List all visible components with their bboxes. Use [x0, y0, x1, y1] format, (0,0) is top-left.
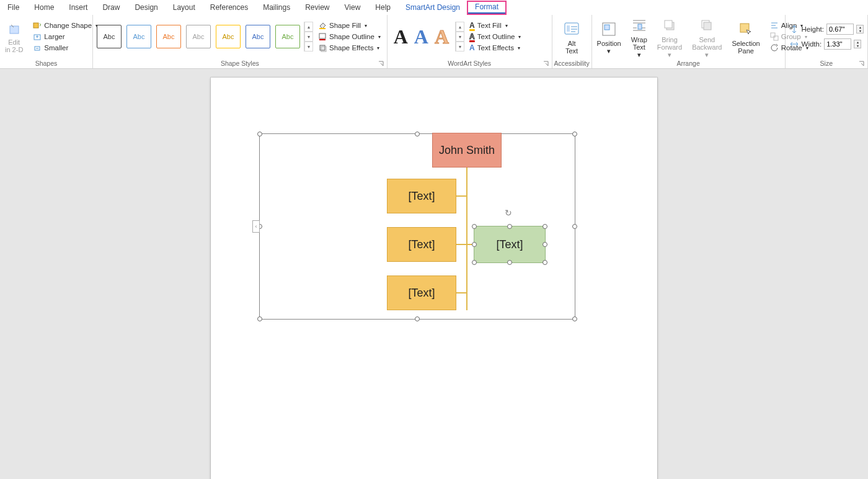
change-shape-icon	[33, 21, 42, 30]
tab-draw[interactable]: Draw	[95, 2, 127, 13]
smartart-node[interactable]: [Text]	[387, 275, 456, 310]
gallery-up-icon[interactable]: ▴	[304, 22, 313, 32]
height-input[interactable]	[826, 24, 854, 35]
group-label-wordart: WordArt Styles	[388, 58, 552, 68]
shape-styles-gallery[interactable]: Abc Abc Abc Abc Abc Abc Abc	[93, 20, 304, 53]
tab-references[interactable]: References	[203, 2, 255, 13]
send-backward-button: Send Backward ▾	[687, 15, 727, 58]
change-shape-button[interactable]: Change Shape▾	[32, 20, 99, 30]
shape-style-5[interactable]: Abc	[216, 25, 241, 48]
shape-effects-button[interactable]: Shape Effects▾	[317, 43, 382, 53]
width-field[interactable]: Width: ▴▾	[789, 38, 864, 50]
text-pane-toggle[interactable]: ‹	[252, 220, 260, 233]
text-outline-button[interactable]: A Text Outline▾	[468, 32, 522, 42]
tab-file[interactable]: File	[0, 2, 27, 13]
gallery-down-icon[interactable]: ▾	[456, 32, 464, 42]
position-button[interactable]: Position▾	[592, 19, 626, 55]
node-handle[interactable]	[507, 260, 512, 265]
wordart-launcher[interactable]	[543, 61, 549, 67]
size-launcher[interactable]	[859, 61, 865, 67]
text-effects-icon: A	[469, 43, 475, 52]
tab-format[interactable]: Format	[467, 1, 506, 14]
width-spinner[interactable]: ▴▾	[854, 40, 861, 48]
gallery-down-icon[interactable]: ▾	[304, 32, 313, 42]
text-fill-icon: A	[469, 21, 475, 30]
shape-style-6[interactable]: Abc	[246, 25, 270, 48]
node-handle[interactable]	[472, 224, 477, 229]
shape-outline-button[interactable]: Shape Outline▾	[317, 32, 382, 42]
rotate-handle-icon[interactable]: ↻	[505, 208, 512, 218]
smartart-node-root[interactable]: John Smith	[432, 133, 502, 168]
frame-handle[interactable]	[572, 316, 577, 321]
node-handle[interactable]	[472, 242, 477, 247]
height-spinner[interactable]: ▴▾	[856, 25, 864, 34]
tab-help[interactable]: Help	[368, 2, 398, 13]
wordart-style-3[interactable]: A	[435, 25, 449, 48]
node-handle[interactable]	[542, 260, 547, 265]
bring-forward-button: Bring Forward ▾	[652, 15, 687, 58]
smartart-frame[interactable]: ‹ John Smith [Text] [Text] [Text] [Text]…	[259, 133, 575, 320]
frame-handle[interactable]	[257, 132, 262, 137]
shape-styles-launcher[interactable]	[378, 61, 384, 67]
node-handle[interactable]	[507, 224, 512, 229]
document-area[interactable]: ‹ John Smith [Text] [Text] [Text] [Text]…	[0, 69, 868, 479]
tab-home[interactable]: Home	[27, 2, 61, 13]
shape-style-4[interactable]: Abc	[186, 25, 211, 48]
node-handle[interactable]	[542, 242, 547, 247]
shape-style-2[interactable]: Abc	[126, 25, 151, 48]
gallery-more-icon[interactable]: ▾	[456, 42, 464, 51]
svg-rect-20	[774, 36, 778, 40]
node-handle[interactable]	[472, 260, 477, 265]
shape-style-3[interactable]: Abc	[156, 25, 181, 48]
outline-icon	[318, 32, 327, 41]
wordart-style-1[interactable]: A	[394, 25, 408, 48]
shape-style-1[interactable]: Abc	[97, 25, 122, 48]
text-fill-button[interactable]: A Text Fill▾	[468, 20, 522, 30]
tab-insert[interactable]: Insert	[61, 2, 95, 13]
svg-rect-7	[320, 45, 325, 50]
frame-handle[interactable]	[415, 316, 420, 321]
connector	[456, 195, 467, 197]
frame-handle[interactable]	[257, 316, 262, 321]
tab-review[interactable]: Review	[298, 2, 337, 13]
page[interactable]: ‹ John Smith [Text] [Text] [Text] [Text]…	[211, 78, 657, 479]
smaller-button[interactable]: Smaller	[32, 43, 99, 53]
frame-handle[interactable]	[415, 132, 420, 137]
height-field[interactable]: Height: ▴▾	[789, 24, 864, 35]
smartart-node[interactable]: [Text]	[387, 179, 456, 213]
height-icon	[789, 24, 799, 34]
tab-mailings[interactable]: Mailings	[255, 2, 298, 13]
svg-rect-15	[665, 20, 672, 28]
tab-design[interactable]: Design	[127, 2, 165, 13]
shape-styles-gallery-controls[interactable]: ▴ ▾ ▾	[304, 22, 313, 51]
smartart-node[interactable]: [Text]	[387, 227, 456, 262]
shape-style-7[interactable]: Abc	[275, 25, 300, 48]
tab-smartart-design[interactable]: SmartArt Design	[398, 2, 467, 13]
group-label-accessibility: Accessibility	[552, 58, 591, 68]
gallery-up-icon[interactable]: ▴	[456, 22, 464, 32]
smartart-node-selected[interactable]: [Text] ↻	[474, 226, 546, 263]
bucket-icon	[318, 21, 327, 30]
alt-text-button[interactable]: Alt Text	[558, 19, 585, 55]
node-handle[interactable]	[542, 224, 547, 229]
smaller-icon	[33, 43, 42, 52]
larger-button[interactable]: Larger	[32, 32, 99, 42]
larger-icon	[33, 32, 42, 41]
wordart-gallery-controls[interactable]: ▴ ▾ ▾	[455, 22, 464, 51]
tab-view[interactable]: View	[337, 2, 368, 13]
wrap-text-button[interactable]: Wrap Text▾	[626, 15, 652, 58]
tab-layout[interactable]: Layout	[166, 2, 203, 13]
group-icon	[770, 32, 779, 41]
group-label-shapes: Shapes	[0, 58, 92, 68]
frame-handle[interactable]	[572, 132, 577, 137]
gallery-more-icon[interactable]: ▾	[304, 42, 313, 51]
svg-rect-6	[319, 39, 326, 40]
selection-pane-button[interactable]: Selection Pane	[727, 19, 764, 55]
shape-fill-button[interactable]: Shape Fill▾	[317, 20, 382, 30]
width-input[interactable]	[824, 38, 851, 50]
frame-handle[interactable]	[572, 224, 577, 229]
wordart-styles-gallery[interactable]: A A A	[388, 22, 455, 52]
alt-text-icon	[563, 21, 580, 37]
text-effects-button[interactable]: A Text Effects▾	[468, 43, 522, 53]
wordart-style-2[interactable]: A	[414, 25, 428, 48]
